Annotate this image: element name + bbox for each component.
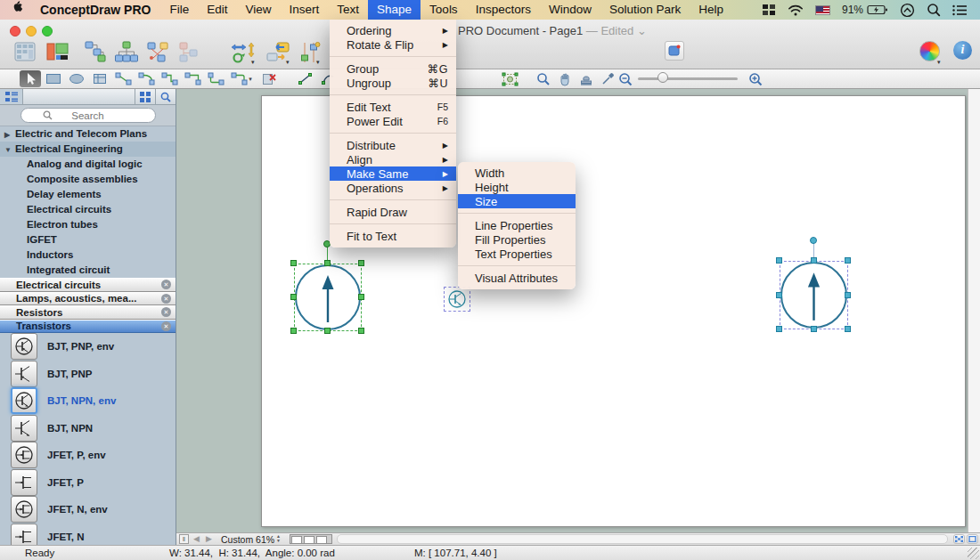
rectangle-tool[interactable] — [43, 70, 64, 87]
chain-diagram-icon[interactable] — [84, 41, 107, 66]
tree-item-electron-tubes[interactable]: Electron tubes — [0, 217, 176, 232]
horizontal-scrollbar[interactable] — [337, 534, 948, 544]
delete-shape-tool[interactable] — [258, 70, 280, 87]
section-transistors[interactable]: Transistors✕ — [0, 320, 176, 334]
connector-zigzag-tool[interactable] — [159, 70, 180, 87]
resize-handle-s[interactable] — [811, 326, 817, 332]
insert-object-button[interactable] — [665, 41, 684, 61]
apple-menu[interactable] — [0, 0, 30, 20]
page-tab-2[interactable] — [304, 536, 314, 544]
library-item-jfet-n[interactable]: JFET, N — [0, 523, 176, 546]
resize-handle-w[interactable] — [776, 292, 782, 298]
spotlight-search-icon[interactable] — [927, 3, 941, 17]
menu-distribute[interactable]: Distribute▶ — [330, 138, 456, 152]
resize-handle-nw[interactable] — [290, 260, 297, 266]
dropdown-arrow-icon[interactable]: ▾ — [286, 59, 290, 66]
close-section-icon[interactable]: ✕ — [161, 321, 171, 331]
close-section-icon[interactable]: ✕ — [161, 280, 171, 289]
dropdown-arrow-icon[interactable]: ▾ — [316, 59, 320, 66]
zoom-window-button[interactable] — [42, 26, 53, 37]
connector-elbow-tool[interactable] — [182, 70, 203, 87]
prev-page-button[interactable]: ◀ — [193, 534, 200, 543]
distribute-tools-icon[interactable]: ▾ — [298, 41, 321, 68]
table-shape-tool[interactable] — [89, 70, 110, 87]
resize-handle-nw[interactable] — [776, 257, 782, 264]
stamp-tool[interactable] — [576, 70, 597, 87]
resize-handle-w[interactable] — [290, 294, 297, 300]
menu-item-edit[interactable]: Edit — [198, 0, 236, 20]
menu-make-same[interactable]: Make Same▶ — [330, 166, 456, 181]
zoom-slider-track[interactable] — [638, 77, 738, 80]
resize-handle-sw[interactable] — [290, 328, 297, 334]
shape-left-circle-arrow[interactable] — [294, 264, 362, 331]
battery-indicator[interactable]: 91% — [842, 4, 888, 16]
tree-view-button[interactable] — [0, 89, 23, 104]
disclosure-expanded-icon[interactable]: ▼ — [4, 142, 15, 158]
menu-item-solution-park[interactable]: Solution Park — [600, 0, 690, 20]
shape-middle-transistor[interactable] — [444, 287, 470, 312]
menu-operations[interactable]: Operations▶ — [330, 181, 456, 195]
resize-handle-n[interactable] — [811, 257, 817, 264]
library-item-jfet-p[interactable]: JFET, P — [0, 469, 176, 497]
color-wheel-icon[interactable]: ▾ — [919, 41, 940, 61]
minimize-button[interactable] — [26, 26, 37, 37]
menu-item-view[interactable]: View — [237, 0, 281, 20]
tree-item-composite-assemblies[interactable]: Composite assemblies — [0, 172, 176, 187]
export-tools-icon[interactable]: ▾ — [265, 41, 291, 68]
dropdown-arrow-icon[interactable]: ▾ — [249, 76, 252, 83]
menu-edit-text[interactable]: Edit TextF5 — [330, 100, 456, 114]
pan-hand-tool[interactable] — [554, 70, 576, 87]
detach-shapes-icon[interactable] — [177, 41, 200, 66]
menu-item-help[interactable]: Help — [690, 0, 732, 20]
gauge-icon[interactable] — [900, 3, 915, 18]
resize-handle-se[interactable] — [845, 326, 851, 332]
resize-tools-icon[interactable]: ▾ — [230, 41, 257, 68]
tree-item-integrated-circuit[interactable]: Integrated circuit — [0, 263, 176, 278]
submenu-width[interactable]: Width — [458, 166, 576, 180]
group-select-tool[interactable] — [499, 70, 520, 87]
input-source-flag-icon[interactable] — [815, 5, 830, 15]
zoom-level-select[interactable]: Custom 61% — [221, 534, 274, 545]
window-resize-grip[interactable] — [968, 548, 979, 559]
next-page-button[interactable]: ▶ — [206, 534, 212, 543]
zoom-stepper[interactable]: ▲▼ — [276, 534, 284, 543]
resize-handle-ne[interactable] — [358, 260, 364, 266]
actual-size-button[interactable] — [967, 534, 978, 544]
library-item-bjt-pnp-env[interactable]: BJT, PNP, env — [0, 333, 176, 361]
disclosure-collapsed-icon[interactable]: ▶ — [4, 127, 15, 142]
menu-item-shape[interactable]: Shape — [368, 0, 421, 20]
tree-item-electrical-circuits[interactable]: Electrical circuits — [0, 202, 176, 217]
menu-item-window[interactable]: Window — [540, 0, 600, 20]
wifi-icon[interactable] — [788, 4, 804, 16]
submenu-text-properties[interactable]: Text Properties — [458, 247, 576, 261]
vertical-scrollbar[interactable] — [968, 89, 980, 532]
section-lamps-acoustics[interactable]: Lamps, acoustics, mea...✕ — [0, 292, 176, 306]
search-input[interactable] — [20, 108, 156, 123]
resize-handle-e[interactable] — [358, 294, 364, 300]
app-grid-icon[interactable] — [762, 4, 776, 16]
layout-panels-icon[interactable] — [46, 41, 69, 66]
zoom-slider-knob[interactable] — [657, 72, 668, 83]
resize-handle-ne[interactable] — [845, 257, 851, 264]
menu-rotate-flip[interactable]: Rotate & Flip▶ — [330, 37, 456, 52]
menu-app-name[interactable]: ConceptDraw PRO — [30, 0, 160, 20]
connector-rounded-tool[interactable] — [205, 70, 226, 87]
menu-item-insert[interactable]: Insert — [281, 0, 329, 20]
submenu-fill-properties[interactable]: Fill Properties — [458, 232, 576, 247]
info-button[interactable]: i — [953, 41, 972, 60]
library-item-bjt-npn[interactable]: BJT, NPN — [0, 415, 176, 442]
menu-group[interactable]: Group⌘G — [330, 61, 456, 76]
dropdown-arrow-icon[interactable]: ▾ — [937, 59, 941, 66]
menu-power-edit[interactable]: Power EditF6 — [330, 114, 456, 128]
library-item-jfet-p-env[interactable]: JFET, P, env — [0, 442, 176, 469]
menu-ungroup[interactable]: Ungroup⌘U — [330, 76, 456, 90]
resize-handle-sw[interactable] — [776, 326, 782, 332]
ellipse-tool[interactable] — [66, 70, 87, 87]
menu-item-inspectors[interactable]: Inspectors — [467, 0, 540, 20]
tree-item-delay-elements[interactable]: Delay elements — [0, 187, 176, 202]
shape-right-circle-arrow[interactable] — [780, 261, 848, 329]
sidebar-search-button[interactable] — [155, 89, 176, 104]
menu-ordering[interactable]: Ordering▶ — [330, 23, 456, 37]
notification-list-icon[interactable] — [952, 4, 968, 16]
reconnect-shapes-icon[interactable] — [146, 41, 169, 66]
